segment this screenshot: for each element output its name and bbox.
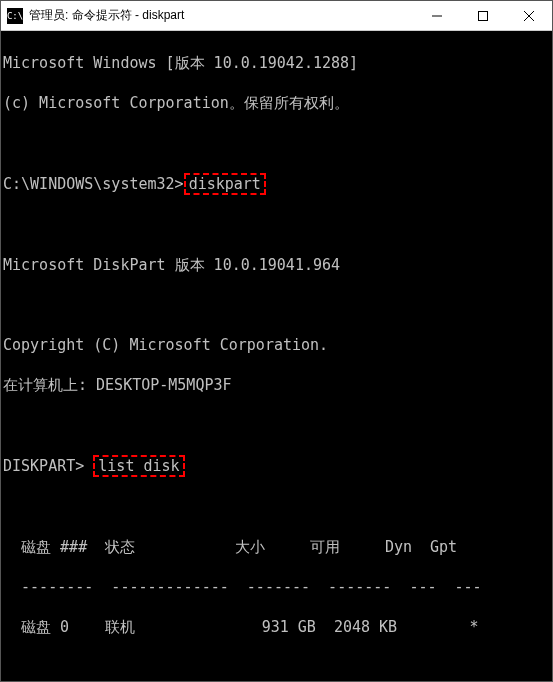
close-icon	[524, 11, 534, 21]
output-line: Microsoft Windows [版本 10.0.19042.1288]	[3, 53, 550, 73]
output-line: 在计算机上: DESKTOP-M5MQP3F	[3, 375, 550, 395]
svg-rect-1	[479, 11, 488, 20]
table-row: 磁盘 0 联机 931 GB 2048 KB *	[3, 617, 550, 637]
terminal-output[interactable]: Microsoft Windows [版本 10.0.19042.1288] (…	[1, 31, 552, 681]
output-line: Copyright (C) Microsoft Corporation.	[3, 335, 550, 355]
table-header: 磁盘 ### 状态 大小 可用 Dyn Gpt	[3, 537, 550, 557]
maximize-icon	[478, 11, 488, 21]
minimize-button[interactable]	[414, 1, 460, 30]
output-line	[3, 657, 550, 677]
output-line: (c) Microsoft Corporation。保留所有权利。	[3, 93, 550, 113]
prompt-line: DISKPART> list disk	[3, 455, 550, 477]
minimize-icon	[432, 11, 442, 21]
prompt-text: DISKPART>	[3, 457, 93, 475]
highlight-list-disk: list disk	[93, 455, 184, 477]
table-divider: -------- ------------- ------- ------- -…	[3, 577, 550, 597]
prompt-text: C:\WINDOWS\system32>	[3, 175, 184, 193]
window-title: 管理员: 命令提示符 - diskpart	[29, 7, 414, 24]
maximize-button[interactable]	[460, 1, 506, 30]
cmd-window: C:\ 管理员: 命令提示符 - diskpart Microsoft Wind…	[0, 0, 553, 682]
output-line	[3, 295, 550, 315]
output-line	[3, 215, 550, 235]
prompt-line: C:\WINDOWS\system32>diskpart	[3, 173, 550, 195]
output-line	[3, 133, 550, 153]
close-button[interactable]	[506, 1, 552, 30]
output-line	[3, 497, 550, 517]
output-line	[3, 415, 550, 435]
output-line: Microsoft DiskPart 版本 10.0.19041.964	[3, 255, 550, 275]
window-controls	[414, 1, 552, 30]
titlebar[interactable]: C:\ 管理员: 命令提示符 - diskpart	[1, 1, 552, 31]
cmd-icon: C:\	[7, 8, 23, 24]
highlight-diskpart: diskpart	[184, 173, 266, 195]
